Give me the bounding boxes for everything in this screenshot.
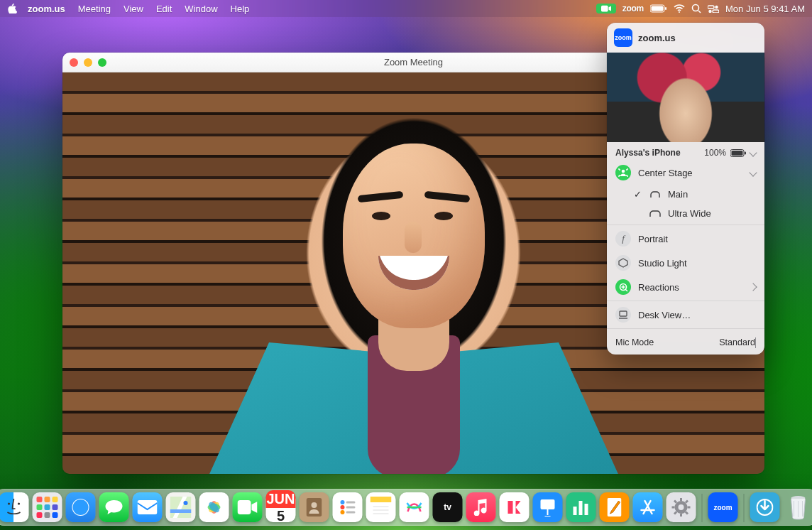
menubar-item-meeting[interactable]: Meeting: [72, 4, 117, 14]
dock-app-tv[interactable]: tv: [433, 492, 463, 522]
dock-app-zoom[interactable]: zoom: [708, 492, 738, 522]
wifi-status-icon[interactable]: [674, 4, 685, 13]
dock-app-finder[interactable]: [0, 492, 29, 522]
checkmark-icon: ✓: [632, 189, 642, 200]
studio-light-row[interactable]: Studio Light: [607, 251, 764, 275]
dock-app-pages[interactable]: [600, 492, 630, 522]
dock-app-mail[interactable]: [133, 492, 163, 522]
lens-main-row[interactable]: ✓ Main: [607, 185, 764, 204]
reactions-label: Reactions: [638, 282, 679, 293]
dock-app-safari[interactable]: [66, 492, 96, 522]
dock-separator: [702, 494, 703, 522]
svg-point-21: [184, 501, 188, 505]
chevron-right-icon: [755, 337, 756, 348]
dock-app-calendar[interactable]: JUN5: [266, 492, 296, 522]
dock-separator: [744, 494, 745, 522]
svg-rect-0: [601, 6, 608, 12]
menubar-item-view[interactable]: View: [117, 4, 150, 14]
mic-mode-label: Mic Mode: [615, 337, 654, 347]
dock-app-keynote[interactable]: [533, 492, 563, 522]
svg-rect-3: [665, 7, 666, 10]
dock-app-freeform[interactable]: [400, 492, 429, 522]
svg-rect-38: [574, 507, 577, 515]
svg-rect-32: [346, 507, 356, 509]
svg-rect-30: [346, 502, 356, 504]
desk-view-row[interactable]: Desk View…: [607, 303, 764, 327]
zoom-app-icon: zoom: [614, 28, 632, 47]
menubar-zoom-label[interactable]: zoom: [622, 4, 644, 13]
portrait-row[interactable]: f Portrait: [607, 227, 764, 251]
svg-point-16: [8, 502, 10, 504]
svg-rect-12: [745, 151, 746, 154]
dock-app-notes[interactable]: [366, 492, 396, 522]
desk-view-label: Desk View…: [638, 310, 691, 320]
dock-app-music[interactable]: [466, 492, 496, 522]
svg-rect-35: [371, 497, 392, 502]
reactions-row[interactable]: Reactions: [607, 275, 764, 299]
svg-point-4: [679, 11, 680, 13]
device-row[interactable]: Alyssa's iPhone 100%: [607, 142, 764, 161]
center-stage-label: Center Stage: [638, 168, 693, 178]
studio-light-label: Studio Light: [638, 258, 687, 269]
portrait-icon: f: [615, 231, 631, 247]
menubar-app-name[interactable]: zoom.us: [21, 4, 72, 14]
menubar-right: zoom Mon Jun 5 9:41 AM: [596, 4, 805, 14]
menubar-item-help[interactable]: Help: [224, 4, 256, 14]
control-center-icon[interactable]: [708, 4, 719, 13]
dock-app-maps[interactable]: [166, 492, 196, 522]
svg-rect-39: [579, 501, 583, 515]
menubar: zoom.us Meeting View Edit Window Help zo…: [0, 0, 812, 17]
svg-point-31: [341, 505, 345, 509]
calendar-day: 5: [277, 508, 285, 524]
svg-point-33: [341, 510, 345, 514]
lens-ultrawide-label: Ultra Wide: [668, 208, 711, 219]
svg-rect-8: [713, 10, 719, 13]
menubar-zoom-status-icon[interactable]: [596, 4, 616, 13]
dock-app-messages[interactable]: [99, 492, 129, 522]
battery-percent: 100%: [704, 148, 726, 158]
svg-point-9: [708, 10, 711, 13]
divider: [607, 301, 764, 301]
dock-app-photos[interactable]: [199, 492, 229, 522]
menubar-item-edit[interactable]: Edit: [150, 4, 178, 14]
lens-main-label: Main: [668, 189, 688, 200]
svg-rect-34: [346, 512, 356, 514]
menubar-clock[interactable]: Mon Jun 5 9:41 AM: [725, 4, 805, 14]
center-stage-row[interactable]: Center Stage: [607, 161, 764, 185]
dock-app-reminders[interactable]: [333, 492, 363, 522]
dock-app-numbers[interactable]: [566, 492, 596, 522]
battery-status-icon[interactable]: [650, 4, 667, 13]
svg-point-29: [341, 500, 345, 504]
spotlight-search-icon[interactable]: [691, 4, 701, 13]
chevron-down-icon: [749, 148, 757, 156]
window-close-button[interactable]: [70, 58, 78, 67]
dock-app-system-settings[interactable]: [666, 492, 696, 522]
divider: [607, 225, 764, 225]
dock-app-news[interactable]: [500, 492, 530, 522]
dock-trash[interactable]: [784, 492, 813, 522]
svg-point-17: [18, 502, 20, 504]
dock-stack-downloads[interactable]: [750, 492, 780, 522]
popover-header: zoom zoom.us: [607, 23, 764, 53]
chevron-down-icon: [749, 168, 757, 176]
lens-ultrawide-row[interactable]: Ultra Wide: [607, 204, 764, 223]
apple-menu-icon[interactable]: [7, 4, 17, 13]
lens-icon: [649, 210, 661, 217]
svg-point-7: [715, 6, 718, 9]
dock-app-appstore[interactable]: [633, 492, 663, 522]
dock-app-launchpad[interactable]: [33, 492, 62, 522]
device-name: Alyssa's iPhone: [615, 148, 681, 158]
svg-rect-6: [708, 6, 714, 9]
window-fullscreen-button[interactable]: [98, 58, 106, 67]
dock-app-contacts[interactable]: [300, 492, 329, 522]
window-minimize-button[interactable]: [84, 58, 92, 67]
dock-app-facetime[interactable]: [233, 492, 263, 522]
menubar-item-window[interactable]: Window: [178, 4, 224, 14]
camera-preview-thumbnail: [607, 53, 764, 142]
svg-rect-20: [138, 500, 158, 514]
mic-mode-row[interactable]: Mic Mode Standard: [607, 330, 764, 355]
center-stage-icon: [615, 165, 631, 180]
continuity-camera-popover: zoom zoom.us Alyssa's iPhone 100% Center…: [607, 23, 764, 355]
menubar-left: zoom.us Meeting View Edit Window Help: [7, 4, 256, 14]
svg-rect-40: [585, 504, 588, 515]
